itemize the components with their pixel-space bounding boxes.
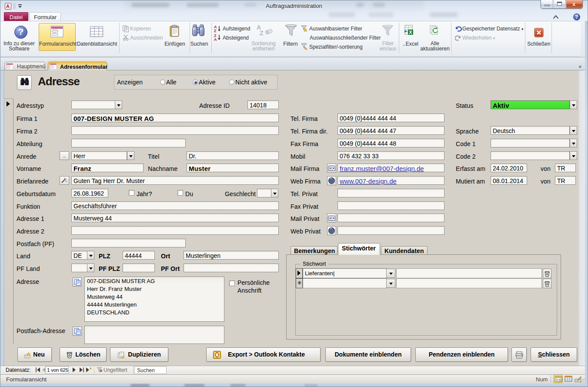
svg-text:X: X bbox=[409, 30, 412, 35]
svg-text:A: A bbox=[214, 37, 217, 41]
svg-text:?: ? bbox=[18, 27, 24, 37]
svg-text:Z: Z bbox=[214, 29, 217, 33]
svg-text:Z: Z bbox=[260, 30, 264, 37]
